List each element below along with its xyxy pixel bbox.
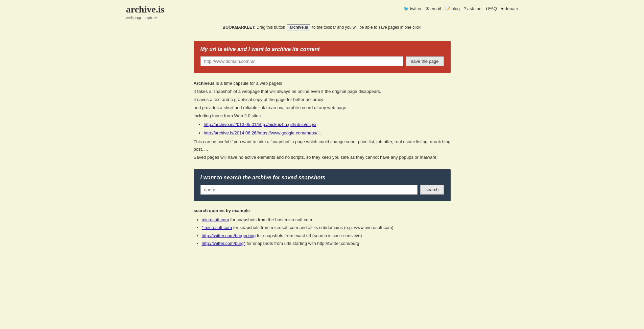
desc-line3: It saves a text and a graphical copy of … [194, 96, 451, 103]
list-item: http://archive.is/2013.05.01/http://nick… [204, 121, 451, 128]
nav-email-label: email [430, 6, 441, 11]
search-examples-heading: search queries by example [194, 208, 451, 213]
site-subtitle: webpage capture [126, 16, 165, 20]
archive-section: My url is alive and I want to archive it… [194, 41, 451, 73]
list-item: http://twitter.com/burg* for snapshots f… [202, 239, 451, 247]
bookmarklet-suffix: to the toolbar and you will be able to s… [312, 25, 422, 30]
nav-faq-label: FAQ [488, 6, 497, 11]
list-item: microsoft.com for snapshots from the hos… [202, 216, 451, 224]
description: Archive.is is a time capsule for a web p… [194, 80, 451, 161]
logo-area: archive.is webpage capture [126, 4, 165, 20]
search-section-title: I want to search the archive for saved s… [200, 175, 444, 181]
search-button[interactable]: search [420, 185, 444, 195]
nav-ask-me-label: ask me [467, 6, 481, 11]
nav-donate-label: donate [505, 6, 518, 11]
nav-blog-label: blog [451, 6, 460, 11]
bookmarklet-bar: BOOKMARKLET: Drag this button archive.is… [0, 23, 644, 34]
site-logo: archive.is [126, 4, 165, 15]
example-url-1[interactable]: microsoft.com [202, 217, 229, 222]
bookmarklet-button[interactable]: archive.is [287, 24, 310, 30]
nav-twitter-label: twitter [410, 6, 422, 11]
example-desc-3: for snapshots from exact url (search is … [257, 233, 362, 238]
url-input[interactable] [200, 56, 403, 66]
blog-icon: 📝 [445, 6, 450, 11]
query-input[interactable] [200, 185, 418, 195]
desc-line6: This can be useful if you want to take a… [194, 138, 451, 153]
example-url-2[interactable]: *.microsoft.com [202, 225, 232, 230]
desc-link-2[interactable]: http://archive.is/2014.06.26/https://www… [204, 130, 321, 135]
desc-line1: Archive.is is a time capsule for a web p… [194, 80, 451, 87]
desc-link-1[interactable]: http://archive.is/2013.05.01/http://nick… [204, 122, 316, 127]
list-item: http://twitter.com/burgerking for snapsh… [202, 232, 451, 239]
desc-line7: Saved pages will have no active elements… [194, 154, 451, 161]
faq-icon: ℹ [485, 6, 487, 11]
twitter-icon: 🐦 [404, 6, 409, 11]
example-url-4[interactable]: http://twitter.com/burg* [202, 241, 245, 246]
list-item: *.microsoft.com for snapshots from micro… [202, 224, 451, 231]
example-url-3[interactable]: http://twitter.com/burgerking [202, 233, 256, 238]
search-section: I want to search the archive for saved s… [194, 169, 451, 201]
example-desc-2: for snapshots from microsoft.com and all… [233, 225, 393, 230]
example-desc-1: for snapshots from the host microsoft.co… [230, 217, 312, 222]
save-button[interactable]: save the page [406, 56, 444, 66]
nav-email[interactable]: ✉ email [426, 6, 441, 11]
bookmarklet-instruction: Drag this button [257, 25, 286, 30]
bookmarklet-prefix: BOOKMARKLET: [222, 25, 255, 30]
desc-line4: and provides a short and reliable link t… [194, 104, 451, 111]
desc-line5: including those from Web 2.0 sites: [194, 112, 451, 120]
nav-twitter[interactable]: 🐦 twitter [404, 6, 422, 11]
desc-links-list: http://archive.is/2013.05.01/http://nick… [204, 121, 451, 136]
nav-donate[interactable]: ♥ donate [501, 6, 518, 11]
archive-form: save the page [200, 56, 444, 66]
nav-links: 🐦 twitter ✉ email 📝 blog ? ask me ℹ FAQ … [404, 6, 518, 11]
desc-line1-bold: Archive.is [194, 81, 215, 86]
archive-section-title: My url is alive and I want to archive it… [200, 46, 444, 52]
search-examples-list: microsoft.com for snapshots from the hos… [202, 216, 451, 248]
desc-line1-rest: is a time capsule for a web pages! [215, 81, 282, 86]
example-desc-4: for snapshots from urls starting with ht… [246, 241, 359, 246]
nav-ask-me[interactable]: ? ask me [464, 6, 481, 11]
nav-blog[interactable]: 📝 blog [445, 6, 460, 11]
search-form: search [200, 185, 444, 195]
nav-faq[interactable]: ℹ FAQ [485, 6, 497, 11]
donate-icon: ♥ [501, 6, 504, 11]
email-icon: ✉ [426, 6, 429, 11]
ask-me-icon: ? [464, 6, 466, 11]
search-examples: search queries by example microsoft.com … [194, 208, 451, 248]
desc-line2: It takes a 'snapshot' of a webpage that … [194, 88, 451, 95]
list-item: http://archive.is/2014.06.26/https://www… [204, 129, 451, 137]
